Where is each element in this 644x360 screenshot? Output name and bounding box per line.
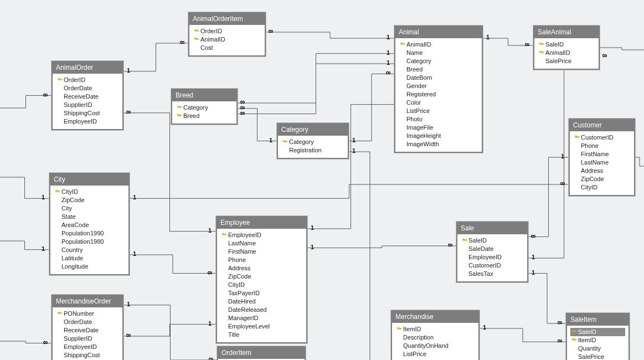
field-Population1980[interactable]: Population1980 [54,238,125,246]
field-PONumber[interactable]: PONumber [56,310,119,318]
field-TaxPayerID[interactable]: TaxPayerID [220,289,303,297]
field-DateReleased[interactable]: DateReleased [220,306,303,314]
field-CustomerID[interactable]: CustomerID [573,133,631,142]
entity-AnimalOrderItem[interactable]: AnimalOrderItemOrderIDAnimalIDCost [188,12,266,56]
field-ZipCode[interactable]: ZipCode [573,175,631,183]
field-SaleID[interactable]: SaleID [538,40,595,49]
entity-Merchandise[interactable]: MerchandiseItemIDDescriptionQuantityOnHa… [391,310,480,360]
field-QuantityOnHand[interactable]: QuantityOnHand [395,342,475,350]
field-CityID[interactable]: CityID [220,281,303,289]
field-State[interactable]: State [54,213,125,221]
field-OrderDate[interactable]: OrderDate [56,318,119,326]
field-EmployeeID[interactable]: EmployeeID [461,253,524,261]
field-ZipCode[interactable]: ZipCode [220,272,303,281]
field-LastName[interactable]: LastName [220,239,303,248]
field-SupplierID[interactable]: SupplierID [56,101,119,109]
field-label: CityID [228,281,245,289]
field-LastName[interactable]: LastName [573,158,631,167]
field-Latitude[interactable]: Latitude [54,254,125,263]
field-Gender[interactable]: Gender [399,82,478,90]
field-Title[interactable]: Title [220,331,303,339]
field-Category[interactable]: Category [176,104,233,112]
entity-Customer[interactable]: CustomerCustomerIDPhoneFirstNameLastName… [569,119,635,196]
entity-Breed[interactable]: BreedCategoryBreed [171,89,238,125]
entity-title: AnimalOrder [53,62,122,74]
entity-Sale[interactable]: SaleSaleIDSaleDateEmployeeIDCustomerIDSa… [456,222,528,282]
field-Phone[interactable]: Phone [573,142,631,150]
entity-SaleAnimal[interactable]: SaleAnimalSaleIDAnimalIDSalePrice [533,25,600,70]
field-ImageFile[interactable]: ImageFile [399,124,478,132]
entity-OrderItem[interactable]: OrderItemPONumber [217,346,306,360]
field-EmployeeID[interactable]: EmployeeID [220,231,303,239]
field-Population1990[interactable]: Population1990 [54,229,125,238]
field-label: ImageWidth [406,140,439,148]
field-DateHired[interactable]: DateHired [220,297,303,306]
entity-Animal[interactable]: AnimalAnimalIDNameCategoryBreedDateBornG… [394,25,483,153]
field-SalePrice[interactable]: SalePrice [570,353,625,360]
field-Category[interactable]: Category [281,138,344,146]
field-ManagerID[interactable]: ManagerID [220,314,303,322]
field-ImageWidth[interactable]: ImageWidth [399,140,478,148]
field-Description[interactable]: Description [395,333,475,342]
field-ItemID[interactable]: ItemID [395,325,475,333]
field-Phone[interactable]: Phone [220,256,303,264]
field-OrderDate[interactable]: OrderDate [56,84,119,92]
field-AreaCode[interactable]: AreaCode [54,221,125,229]
field-ListPrice[interactable]: ListPrice [399,107,478,115]
relationship-line [130,255,216,274]
field-ListPrice[interactable]: ListPrice [395,350,475,358]
field-Color[interactable]: Color [399,99,478,107]
field-ImageHeight[interactable]: ImageHeight [399,132,478,140]
field-Breed[interactable]: Breed [399,65,478,74]
field-ReceiveDate[interactable]: ReceiveDate [56,92,119,101]
field-ShippingCost[interactable]: ShippingCost [56,109,119,117]
field-label: CityID [581,183,597,192]
field-SaleDate[interactable]: SaleDate [461,245,524,253]
entity-AnimalOrder[interactable]: AnimalOrderOrderIDOrderDateReceiveDateSu… [51,61,123,130]
field-FirstName[interactable]: FirstName [220,248,303,256]
field-CustomerID[interactable]: CustomerID [461,261,524,270]
field-OrderID[interactable]: OrderID [193,27,261,35]
field-ZipCode[interactable]: ZipCode [54,196,125,204]
field-Breed[interactable]: Breed [176,112,233,120]
field-AnimalID[interactable]: AnimalID [538,49,595,57]
field-CityID[interactable]: CityID [573,183,631,192]
entity-body: ItemIDDescriptionQuantityOnHandListPrice… [392,323,478,360]
field-ItemID[interactable]: ItemID [570,336,625,344]
field-Name[interactable]: Name [399,49,478,57]
field-Address[interactable]: Address [220,264,303,272]
field-OrderID[interactable]: OrderID [56,76,119,84]
field-ReceiveDate[interactable]: ReceiveDate [56,326,119,335]
field-FirstName[interactable]: FirstName [573,150,631,158]
entity-Employee[interactable]: EmployeeEmployeeIDLastNameFirstNamePhone… [216,216,307,343]
field-Address[interactable]: Address [573,167,631,175]
field-SalesTax[interactable]: SalesTax [461,270,524,278]
entity-MerchandiseOrder[interactable]: MerchandiseOrderPONumberOrderDateReceive… [51,295,123,360]
entity-Category[interactable]: CategoryCategoryRegistration [277,123,349,159]
primary-key-icon [56,76,64,84]
field-SaleID[interactable]: SaleID [461,236,524,245]
field-Registered[interactable]: Registered [399,90,478,99]
field-EmployeeLevel[interactable]: EmployeeLevel [220,322,303,331]
field-SupplierID[interactable]: SupplierID [56,335,119,343]
field-CityID[interactable]: CityID [54,188,125,196]
field-Country[interactable]: Country [54,246,125,254]
field-SaleID[interactable]: SaleID [570,328,625,336]
cardinality-one: 1 [387,49,390,56]
field-EmployeeID[interactable]: EmployeeID [56,343,119,351]
field-Cost[interactable]: Cost [193,44,261,52]
field-City[interactable]: City [54,204,125,213]
field-AnimalID[interactable]: AnimalID [193,35,261,44]
field-Category[interactable]: Category [399,57,478,65]
field-Longitude[interactable]: Longitude [54,263,125,271]
field-ShippingCost[interactable]: ShippingCost [56,351,119,359]
entity-SaleItem[interactable]: SaleItemSaleIDItemIDQuantitySalePrice [566,313,630,360]
field-SalePrice[interactable]: SalePrice [538,57,595,65]
field-Registration[interactable]: Registration [281,146,344,155]
entity-City[interactable]: CityCityIDZipCodeCityStateAreaCodePopula… [49,173,130,275]
field-AnimalID[interactable]: AnimalID [399,40,478,49]
field-Quantity[interactable]: Quantity [570,344,625,353]
field-Photo[interactable]: Photo [399,115,478,124]
field-DateBorn[interactable]: DateBorn [399,74,478,82]
field-EmployeeID[interactable]: EmployeeID [56,117,119,126]
